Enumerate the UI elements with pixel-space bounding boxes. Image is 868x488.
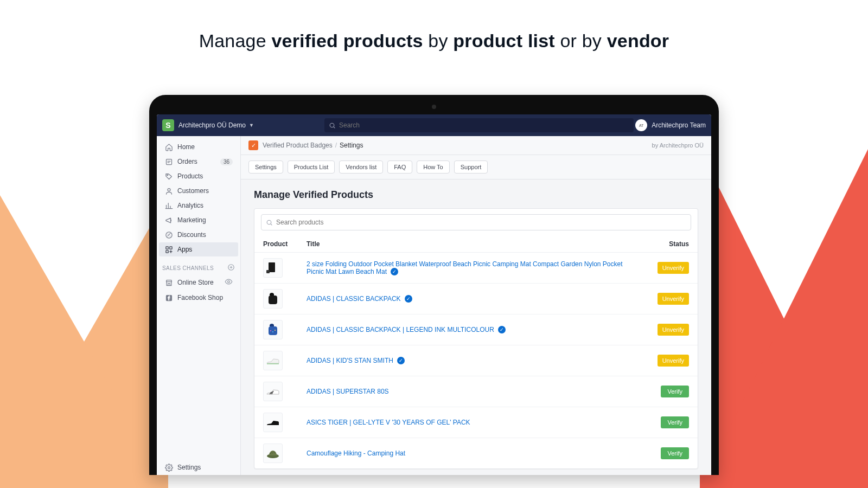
svg-rect-7 xyxy=(169,246,171,248)
tab-faq[interactable]: FAQ xyxy=(387,160,412,174)
sidebar-item-label: Customers xyxy=(177,187,209,195)
tab-how-to[interactable]: How To xyxy=(417,160,449,174)
svg-point-23 xyxy=(275,330,276,331)
product-thumbnail xyxy=(263,444,283,463)
tab-products-list[interactable]: Products List xyxy=(288,160,335,174)
sidebar-item-discounts[interactable]: Discounts xyxy=(159,228,238,242)
main-panel: ✓ Verified Product Badges / Settings by … xyxy=(241,136,711,475)
avatar-icon: AT xyxy=(635,119,647,131)
product-title-link[interactable]: ADIDAS | CLASSIC BACKPACK | LEGEND INK M… xyxy=(307,326,494,333)
tab-support[interactable]: Support xyxy=(454,160,488,174)
tab-vendors-list[interactable]: Vendors list xyxy=(339,160,383,174)
sidebar-item-analytics[interactable]: Analytics xyxy=(159,198,238,213)
svg-point-15 xyxy=(267,220,271,224)
shopify-logo-icon: S xyxy=(162,119,174,131)
breadcrumb-current: Settings xyxy=(340,142,363,149)
sidebar-item-products[interactable]: Products xyxy=(159,169,238,183)
verified-badge-icon: ✓ xyxy=(391,268,398,275)
svg-rect-19 xyxy=(269,296,277,304)
verified-badge-icon: ✓ xyxy=(498,326,506,333)
sidebar-item-apps[interactable]: Apps xyxy=(159,242,238,256)
table-row: Camouflage Hiking - Camping HatVerify xyxy=(254,438,698,468)
sidebar-item-label: Marketing xyxy=(177,216,206,224)
svg-line-1 xyxy=(334,126,335,127)
global-search[interactable] xyxy=(324,118,634,132)
table-header: Product Title Status xyxy=(254,236,698,253)
sidebar-badge: 36 xyxy=(220,158,233,165)
store-icon xyxy=(164,278,173,287)
store-name-label: Architechpro OÜ Demo xyxy=(178,121,246,129)
svg-rect-18 xyxy=(266,270,270,273)
product-search-input[interactable] xyxy=(276,219,686,226)
store-switcher[interactable]: Architechpro OÜ Demo ▼ xyxy=(178,121,254,129)
svg-rect-2 xyxy=(166,159,171,164)
svg-line-16 xyxy=(271,223,272,224)
product-title-link[interactable]: Camouflage Hiking - Camping Hat xyxy=(307,450,405,457)
svg-rect-6 xyxy=(165,246,168,248)
unverify-button[interactable]: Unverify xyxy=(658,324,689,336)
laptop-camera xyxy=(432,105,436,109)
sidebar-item-label: Products xyxy=(177,172,203,180)
sidebar-channel-facebook-shop[interactable]: Facebook Shop xyxy=(159,291,238,305)
svg-point-4 xyxy=(168,188,170,191)
unverify-button[interactable]: Unverify xyxy=(658,355,689,367)
search-input[interactable] xyxy=(339,121,629,129)
verify-button[interactable]: Verify xyxy=(661,447,689,459)
sidebar-item-home[interactable]: Home xyxy=(159,140,238,154)
mega-icon xyxy=(164,216,173,224)
sidebar-item-label: Facebook Shop xyxy=(177,294,223,301)
sidebar-section-channels: SALES CHANNELS xyxy=(157,257,240,274)
breadcrumb-app[interactable]: Verified Product Badges xyxy=(263,142,333,149)
verify-button[interactable]: Verify xyxy=(661,416,689,428)
sidebar-item-label: Settings xyxy=(177,464,201,471)
unverify-button[interactable]: Unverify xyxy=(658,293,689,305)
product-title-link[interactable]: ASICS TIGER | GEL-LYTE V '30 YEARS OF GE… xyxy=(307,419,470,426)
product-search[interactable] xyxy=(261,214,691,230)
product-title-link[interactable]: ADIDAS | SUPERSTAR 80S xyxy=(307,388,389,395)
sidebar-item-label: Online Store xyxy=(177,279,214,286)
sidebar-item-customers[interactable]: Customers xyxy=(159,184,238,198)
product-thumbnail xyxy=(263,351,283,370)
sidebar-item-settings[interactable]: Settings xyxy=(159,460,238,474)
sidebar-item-label: Orders xyxy=(177,158,197,165)
product-thumbnail xyxy=(263,382,283,401)
column-status: Status xyxy=(640,240,689,248)
unverify-button[interactable]: Unverify xyxy=(658,262,689,274)
table-row: ADIDAS | SUPERSTAR 80SVerify xyxy=(254,376,698,407)
svg-rect-20 xyxy=(269,326,277,335)
fb-icon xyxy=(164,293,173,302)
app-icon: ✓ xyxy=(248,140,258,150)
search-icon xyxy=(329,122,336,129)
user-menu[interactable]: AT Architechpro Team xyxy=(635,119,706,131)
tab-settings[interactable]: Settings xyxy=(248,160,283,174)
products-card: Product Title Status 2 size Folding Outd… xyxy=(254,208,698,469)
breadcrumb: ✓ Verified Product Badges / Settings by … xyxy=(241,136,711,155)
svg-rect-8 xyxy=(165,250,168,252)
product-title-link[interactable]: ADIDAS | CLASSIC BACKPACK xyxy=(307,295,401,303)
product-thumbnail xyxy=(263,320,283,339)
sidebar-item-label: Analytics xyxy=(177,202,203,209)
sidebar-item-label: Discounts xyxy=(177,231,206,239)
column-title: Title xyxy=(307,240,640,248)
eye-icon[interactable] xyxy=(225,278,233,287)
home-icon xyxy=(164,143,173,151)
product-title-link[interactable]: ADIDAS | KID'S STAN SMITH xyxy=(307,357,393,364)
svg-point-3 xyxy=(167,174,168,175)
sidebar-channel-online-store[interactable]: Online Store xyxy=(159,275,238,290)
search-icon xyxy=(266,219,273,226)
tag-icon xyxy=(164,172,173,181)
svg-point-14 xyxy=(168,466,170,468)
sidebar-item-label: Home xyxy=(177,143,195,151)
svg-point-22 xyxy=(272,331,273,332)
sidebar-item-marketing[interactable]: Marketing xyxy=(159,213,238,227)
verify-button[interactable]: Verify xyxy=(661,386,689,397)
hero-headline: Manage verified products by product list… xyxy=(0,30,868,52)
product-thumbnail xyxy=(263,289,283,309)
verified-badge-icon: ✓ xyxy=(405,295,412,303)
gear-icon xyxy=(164,463,173,472)
add-channel-button[interactable] xyxy=(227,264,235,272)
table-row: ASICS TIGER | GEL-LYTE V '30 YEARS OF GE… xyxy=(254,407,698,438)
analytics-icon xyxy=(164,201,173,210)
sidebar-item-orders[interactable]: Orders36 xyxy=(159,155,238,169)
product-title-link[interactable]: 2 size Folding Outdoor Pocket Blanket Wa… xyxy=(307,260,623,275)
